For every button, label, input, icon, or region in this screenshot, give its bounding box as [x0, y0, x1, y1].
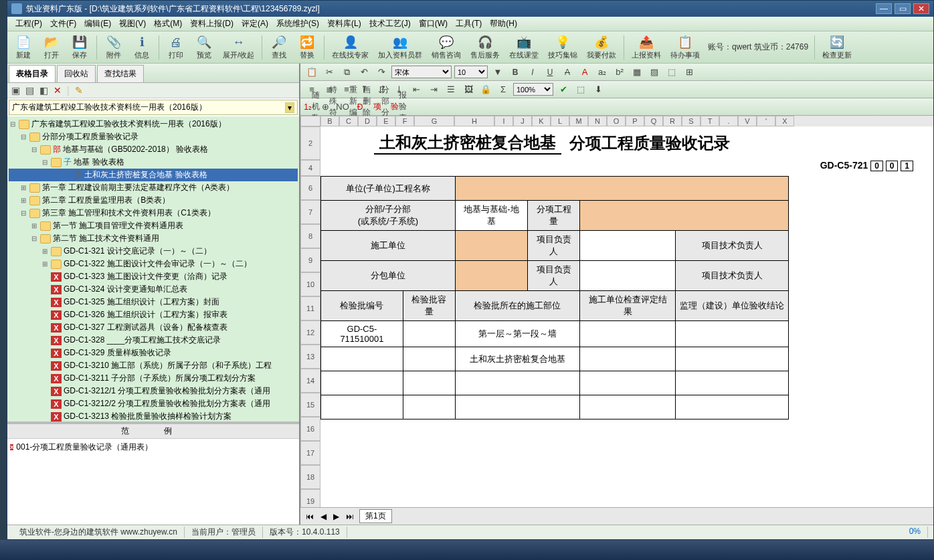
row-9[interactable]: 9 [300, 248, 320, 272]
font-a-button[interactable]: A [577, 66, 592, 79]
tree-doc-11[interactable]: XGD-C1-3212/1 分项工程质量验收检验批划分方案表（通用 [9, 385, 298, 397]
tree-doc-5[interactable]: XGD-C1-326 施工组织设计（工程方案）报审表 [9, 308, 298, 321]
col-X[interactable]: X [775, 116, 794, 126]
toolbar-待办事项[interactable]: 📋待办事项 [666, 33, 704, 62]
toolbar-在线找专家[interactable]: 👤在线找专家 [328, 33, 373, 62]
menu-item-7[interactable]: 系统维护(S) [272, 17, 323, 31]
col-R[interactable]: R [663, 116, 682, 126]
tree-delete-icon[interactable]: ✕ [54, 85, 62, 96]
col-M[interactable]: M [569, 116, 588, 126]
toolbar-在线课堂[interactable]: 📺在线课堂 [505, 33, 543, 62]
menu-item-12[interactable]: 帮助(H) [486, 17, 521, 31]
col-S[interactable]: S [682, 116, 700, 126]
row-10[interactable]: 10 [300, 272, 320, 296]
tree-doc-7[interactable]: XGD-C1-328 ____分项工程施工技术交底记录 [9, 334, 298, 347]
menu-item-1[interactable]: 文件(F) [46, 17, 80, 31]
tree-n4-1[interactable]: ⊞第一节 施工项目管理文件资料通用表 [9, 219, 298, 232]
col-T[interactable]: T [700, 116, 719, 126]
template-dropdown[interactable]: 广东省建筑工程竣工验收技术资料统一用表（2016版） ▾ [9, 100, 298, 115]
tree-doc-6[interactable]: XGD-C1-327 工程测试器具（设备）配备核查表 [9, 321, 298, 334]
subscript-button[interactable]: a₂ [595, 66, 610, 79]
menu-item-10[interactable]: 窗口(W) [415, 17, 452, 31]
col-P[interactable]: P [626, 116, 644, 126]
tree-brush-icon[interactable]: ✎ [75, 85, 83, 96]
tree-n1-1-1[interactable]: ⊟子 地基 验收表格 [9, 156, 298, 169]
sheet-next-icon[interactable]: ▶ [332, 512, 341, 521]
toolbar-预览[interactable]: 🔍预览 [191, 33, 217, 62]
sheet-prev-icon[interactable]: ◀ [319, 512, 328, 521]
image-icon[interactable]: 🖼 [461, 83, 476, 96]
menu-item-9[interactable]: 技术工艺(J) [365, 17, 415, 31]
tree-n3[interactable]: ⊞第二章 工程质量监理用表（B类表） [9, 194, 298, 207]
toolbar-上报资料[interactable]: 📤上报资料 [628, 33, 665, 62]
col-B[interactable]: B [320, 116, 339, 126]
row-4[interactable]: 4 [300, 160, 320, 176]
tab-table-catalog[interactable]: 表格目录 [9, 65, 56, 82]
lock-icon[interactable]: 🔒 [478, 83, 493, 96]
special-char-button[interactable]: ⊕ 特殊符号 [322, 100, 337, 114]
col-J[interactable]: J [513, 116, 532, 126]
toolbar-查找[interactable]: 🔎查找 [266, 33, 292, 62]
strikethrough-button[interactable]: Ð 画删除线 [357, 100, 371, 114]
tree-doc-4[interactable]: XGD-C1-325 施工组织设计（工程方案）封面 [9, 296, 298, 308]
row-8[interactable]: 8 [300, 224, 320, 248]
font-select[interactable]: 宋体 [391, 66, 452, 78]
copy-icon[interactable]: ⧉ [339, 66, 354, 79]
col-K[interactable]: K [532, 116, 551, 126]
col-.[interactable]: . [719, 116, 738, 126]
tree-doc-8[interactable]: XGD-C1-329 质量样板验收记录 [9, 347, 298, 359]
toolbar-售后服务[interactable]: 🎧售后服务 [466, 33, 504, 62]
toolbar-新建[interactable]: 📄新建 [10, 33, 37, 62]
sheet-last-icon[interactable]: ⏭ [345, 512, 355, 521]
toolbar-技巧集锦[interactable]: 💡技巧集锦 [544, 33, 581, 62]
row-13[interactable]: 13 [300, 345, 320, 369]
row-19[interactable]: 19 [300, 489, 320, 507]
row-18[interactable]: 18 [300, 465, 320, 489]
tab-recycle[interactable]: 回收站 [57, 65, 96, 82]
menu-item-5[interactable]: 资料上报(D) [186, 17, 238, 31]
toolbar-替换[interactable]: 🔁替换 [294, 33, 320, 62]
col-Q[interactable]: Q [644, 116, 663, 126]
col-C[interactable]: C [339, 116, 358, 126]
section-button[interactable]: 项分部分项 [374, 100, 389, 114]
random-button[interactable]: 1₂ 随机数 [304, 100, 319, 114]
menu-item-4[interactable]: 格式(M) [150, 17, 186, 31]
toolbar-销售咨询[interactable]: 💬销售咨询 [428, 33, 465, 62]
dropdown-arrow-icon[interactable]: ▾ [285, 102, 294, 113]
tree-selected[interactable]: 项 土和灰土挤密桩复合地基 验收表格 [9, 169, 298, 181]
tool-icon[interactable]: ⬚ [573, 83, 588, 96]
sheet-tab-page1[interactable]: 第1页 [359, 509, 392, 523]
export-icon[interactable]: ⬇ [591, 83, 605, 96]
row-12[interactable]: 12 [300, 320, 320, 345]
menu-item-2[interactable]: 编辑(E) [80, 17, 115, 31]
col-L[interactable]: L [551, 116, 569, 126]
col-N[interactable]: N [588, 116, 607, 126]
example-item[interactable]: X 001-分项工程质量验收记录（通用表） [7, 439, 299, 456]
maximize-button[interactable]: ▭ [895, 3, 911, 14]
tree-doc-0[interactable]: ⊞GD-C1-321 设计交底记录（一）～（二） [9, 245, 298, 258]
tree-doc-9[interactable]: XGD-C1-3210 施工部（系统）所属子分部（和子系统）工程 [9, 359, 298, 372]
tree-n4-2[interactable]: ⊟第二节 施工技术文件资料通用 [9, 232, 298, 245]
undo-icon[interactable]: ↶ [357, 66, 371, 79]
split-icon[interactable]: ⊞ [682, 66, 696, 79]
row-7[interactable]: 7 [300, 200, 320, 224]
menu-item-3[interactable]: 视图(V) [115, 17, 150, 31]
row-6[interactable]: 6 [300, 176, 320, 200]
font-color-icon[interactable]: ▼ [490, 66, 505, 79]
paste-icon[interactable]: 📋 [304, 66, 319, 79]
toolbar-附件[interactable]: 📎附件 [100, 33, 127, 62]
tree-btn-2[interactable]: ▤ [25, 85, 34, 96]
row-16[interactable]: 16 [300, 417, 320, 441]
italic-button[interactable]: I [525, 66, 540, 79]
toolbar-打印[interactable]: 🖨打印 [163, 33, 189, 62]
tree-btn-1[interactable]: ▣ [11, 85, 20, 96]
close-button[interactable]: ✕ [913, 3, 929, 14]
redo-icon[interactable]: ↷ [374, 66, 389, 79]
renumber-button[interactable]: NO 重新编号 [339, 100, 354, 114]
fontsize-select[interactable]: 10 [454, 66, 488, 78]
row-14[interactable]: 14 [300, 369, 320, 393]
tree-doc-3[interactable]: XGD-C1-324 设计变更通知单汇总表 [9, 283, 298, 296]
tree-n2[interactable]: ⊞第一章 工程建设前期主要法定基建程序文件（A类表） [9, 181, 298, 194]
zoom-select[interactable]: 100% [513, 83, 553, 96]
tree-root[interactable]: ⊟广东省建筑工程竣工验收技术资料统一用表（2016版） [9, 118, 298, 130]
